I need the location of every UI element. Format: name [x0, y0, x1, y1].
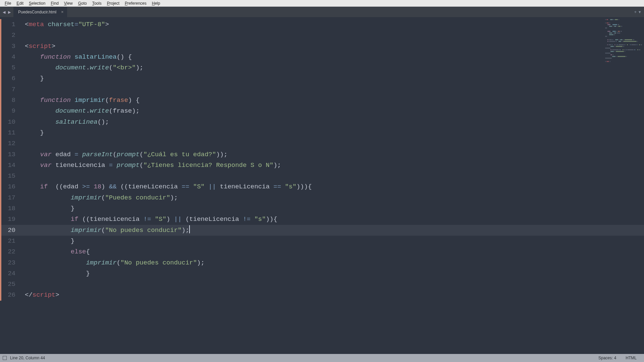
tab-active[interactable]: PuedesConducir.html ×	[13, 7, 67, 17]
code-line[interactable]: saltarLinea();	[21, 117, 644, 127]
line-number[interactable]: 16	[0, 181, 21, 192]
line-number[interactable]: 17	[0, 192, 21, 203]
status-syntax[interactable]: HTML	[621, 356, 641, 360]
code-line[interactable]: imprimir("Puedes conducir");	[21, 192, 644, 203]
line-number[interactable]: 22	[0, 246, 21, 257]
tab-menu-icon[interactable]: ▾	[638, 9, 642, 14]
status-position[interactable]: Line 20, Column 44	[10, 356, 45, 360]
code-line[interactable]: function saltarLinea() {	[21, 52, 644, 62]
code-line[interactable]: </script>	[21, 290, 644, 300]
line-number[interactable]: 5	[0, 62, 21, 73]
status-icon[interactable]	[3, 356, 7, 360]
code-line[interactable]: <script>	[21, 41, 644, 52]
tab-bar: ◀ ▶ PuedesConducir.html × + ▾	[0, 7, 644, 17]
line-number[interactable]: 14	[0, 160, 21, 171]
code-line[interactable]: }	[21, 127, 644, 138]
menu-file[interactable]: File	[2, 1, 14, 6]
menu-goto[interactable]: Goto	[75, 1, 90, 6]
line-number[interactable]: 3	[0, 41, 21, 52]
status-spaces[interactable]: Spaces: 4	[594, 356, 621, 360]
line-number[interactable]: 26	[0, 290, 21, 300]
tab-nav: ◀ ▶	[0, 7, 13, 17]
code-line[interactable]	[21, 138, 644, 149]
tab-bar-right: + ▾	[631, 7, 644, 17]
menu-bar: FileEditSelectionFindViewGotoToolsProjec…	[0, 0, 644, 7]
line-number[interactable]: 1	[0, 19, 21, 30]
code-line[interactable]	[21, 171, 644, 181]
tab-forward-icon[interactable]: ▶	[7, 10, 12, 14]
line-number[interactable]: 2	[0, 30, 21, 41]
code-line[interactable]: if ((tieneLicencia != "S") || (tieneLice…	[21, 214, 644, 225]
line-number[interactable]: 20	[0, 225, 21, 236]
code-line[interactable]: document.write("<br>");	[21, 62, 644, 73]
code-line[interactable]: imprimir("No puedes conducir");	[21, 225, 644, 236]
line-number[interactable]: 25	[0, 279, 21, 290]
code-line[interactable]: imprimir("No puedes conducir");	[21, 257, 644, 268]
code-line[interactable]: document.write(frase);	[21, 106, 644, 116]
code-line[interactable]: if ((edad >= 18) && ((tieneLicencia == "…	[21, 181, 644, 192]
code-area[interactable]: <meta charset="UTF-8"><script> function …	[21, 17, 644, 354]
code-line[interactable]	[21, 30, 644, 41]
code-line[interactable]: function imprimir(frase) {	[21, 95, 644, 106]
line-number[interactable]: 18	[0, 203, 21, 214]
line-number[interactable]: 7	[0, 84, 21, 95]
tab-title: PuedesConducir.html	[18, 10, 56, 14]
menu-tools[interactable]: Tools	[90, 1, 104, 6]
line-gutter: 1234567891011121314151617181920212223242…	[0, 17, 21, 354]
line-number[interactable]: 19	[0, 214, 21, 225]
line-number[interactable]: 10	[0, 117, 21, 127]
menu-selection[interactable]: Selection	[26, 1, 48, 6]
code-line[interactable]	[21, 84, 644, 95]
code-line[interactable]	[21, 279, 644, 290]
line-number[interactable]: 12	[0, 138, 21, 149]
menu-edit[interactable]: Edit	[14, 1, 26, 6]
code-line[interactable]: }	[21, 203, 644, 214]
line-number[interactable]: 23	[0, 257, 21, 268]
menu-view[interactable]: View	[61, 1, 75, 6]
code-line[interactable]: else{	[21, 246, 644, 257]
menu-preferences[interactable]: Preferences	[122, 1, 149, 6]
text-cursor	[189, 225, 190, 233]
line-number[interactable]: 9	[0, 106, 21, 116]
code-line[interactable]: var edad = parseInt(prompt("¿Cuál es tu …	[21, 149, 644, 160]
code-line[interactable]: <meta charset="UTF-8">	[21, 19, 644, 30]
menu-find[interactable]: Find	[48, 1, 61, 6]
menu-project[interactable]: Project	[104, 1, 122, 6]
status-bar: Line 20, Column 44 Spaces: 4 HTML	[0, 354, 644, 362]
tab-back-icon[interactable]: ◀	[2, 10, 6, 14]
code-line[interactable]: }	[21, 236, 644, 246]
line-number[interactable]: 13	[0, 149, 21, 160]
code-line[interactable]: }	[21, 268, 644, 279]
code-line[interactable]: var tieneLicencia = prompt("¿Tienes lice…	[21, 160, 644, 171]
line-number[interactable]: 4	[0, 52, 21, 62]
line-number[interactable]: 21	[0, 236, 21, 246]
line-number[interactable]: 8	[0, 95, 21, 106]
code-line[interactable]: }	[21, 73, 644, 84]
editor: 1234567891011121314151617181920212223242…	[0, 17, 644, 354]
close-icon[interactable]: ×	[56, 9, 64, 14]
new-tab-icon[interactable]: +	[633, 9, 638, 14]
line-number[interactable]: 15	[0, 171, 21, 181]
line-number[interactable]: 24	[0, 268, 21, 279]
line-number[interactable]: 6	[0, 73, 21, 84]
line-number[interactable]: 11	[0, 127, 21, 138]
menu-help[interactable]: Help	[149, 1, 163, 6]
